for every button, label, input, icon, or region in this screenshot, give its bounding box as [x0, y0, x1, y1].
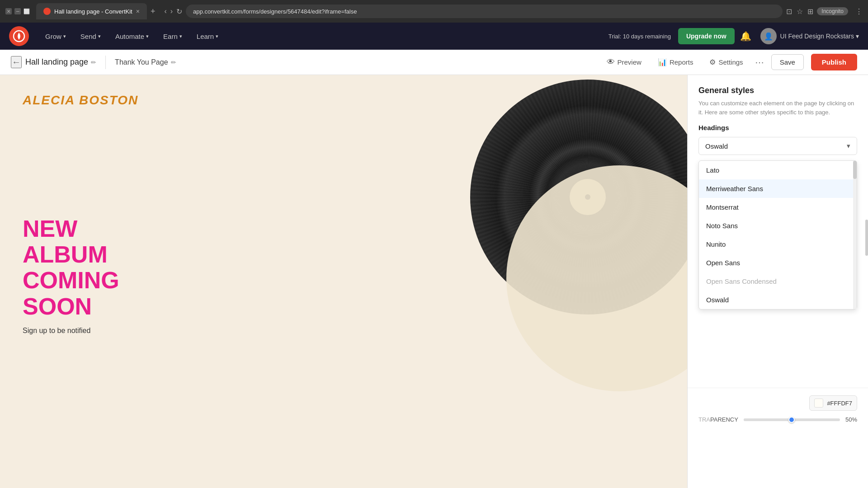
font-option-noto-sans[interactable]: Noto Sans: [699, 216, 857, 235]
slider-thumb[interactable]: [788, 417, 795, 423]
trial-badge: Trial: 10 days remaining: [609, 33, 671, 40]
screen-cast-icon[interactable]: ⊡: [786, 7, 792, 16]
color-row: #FFFDF7: [698, 395, 857, 411]
browser-chrome: × − ⬜ Hall landing page - ConvertKit × +…: [0, 0, 868, 23]
nav-automate-chevron: ▾: [146, 33, 149, 39]
nav-user-label: UI Feed Design Rockstars: [780, 33, 854, 40]
font-dropdown-list[interactable]: Lato Merriweather Sans Montserrat Noto S…: [699, 161, 857, 309]
reload-btn[interactable]: ↻: [176, 7, 182, 16]
reports-icon: 📊: [658, 58, 667, 66]
selected-font-label: Oswald: [705, 142, 728, 150]
transparency-value: 50%: [845, 416, 857, 423]
nav-grow[interactable]: Grow ▾: [38, 33, 73, 40]
headings-label: Headings: [698, 124, 857, 131]
edit-thankyou-icon[interactable]: ✏: [171, 59, 176, 66]
browser-icons: ⊡ ☆ ⊞: [786, 7, 813, 16]
nav-grow-label: Grow: [45, 33, 61, 40]
font-option-oswald[interactable]: Oswald: [699, 291, 857, 309]
font-option-open-sans-condensed[interactable]: Open Sans Condensed: [699, 272, 857, 291]
window-close-btn[interactable]: ×: [5, 8, 12, 14]
window-maximize-btn[interactable]: ⬜: [24, 8, 30, 14]
back-button[interactable]: ←: [11, 56, 22, 68]
nav-earn-chevron: ▾: [179, 33, 182, 39]
transparency-text: PARENCY: [710, 416, 738, 423]
main-layout: ALECIA BOSTON NEW ALBUM COMING SOON Sign…: [0, 75, 868, 488]
headline-line2: ALBUM: [23, 242, 665, 267]
headings-section: Headings Oswald ▾ La: [688, 124, 868, 155]
sub-text: Sign up to be notified: [23, 327, 665, 335]
font-option-open-sans[interactable]: Open Sans: [699, 253, 857, 272]
browser-tab[interactable]: Hall landing page - ConvertKit ×: [36, 3, 147, 19]
extension-icon[interactable]: ⊞: [807, 7, 813, 16]
publish-button[interactable]: Publish: [811, 54, 857, 70]
thank-you-page-tab[interactable]: Thank You Page: [115, 58, 168, 66]
nav-learn[interactable]: Learn ▾: [189, 33, 226, 40]
top-nav: Grow ▾ Send ▾ Automate ▾ Earn ▾ Learn ▾ …: [0, 23, 868, 50]
bookmark-icon[interactable]: ☆: [797, 7, 803, 16]
font-option-nunito[interactable]: Nunito: [699, 235, 857, 253]
incognito-badge: Incognito: [817, 7, 848, 15]
nav-grow-chevron: ▾: [63, 33, 66, 39]
tab-close-btn[interactable]: ×: [136, 8, 140, 15]
transparency-slider[interactable]: [744, 418, 840, 421]
page-title: Hall landing page: [25, 57, 88, 67]
panel-title: General styles: [698, 86, 857, 95]
browser-menu-icon[interactable]: ⋮: [855, 7, 863, 16]
address-bar[interactable]: app.convertkit.com/forms/designers/56474…: [186, 5, 783, 18]
page-canvas[interactable]: ALECIA BOSTON NEW ALBUM COMING SOON Sign…: [0, 75, 687, 488]
nav-user-chevron: ▾: [856, 33, 859, 40]
user-avatar[interactable]: 👤: [760, 28, 777, 44]
headline: NEW ALBUM COMING SOON: [23, 216, 665, 319]
nav-earn-label: Earn: [163, 33, 178, 40]
settings-icon: ⚙: [709, 58, 716, 66]
reports-label: Reports: [670, 58, 693, 66]
color-transparency-section: #FFFDF7 TRAPARENCY 50%: [688, 388, 868, 434]
preview-button[interactable]: 👁 Preview: [602, 55, 646, 70]
settings-button[interactable]: ⚙ Settings: [705, 55, 747, 69]
nav-learn-label: Learn: [197, 33, 214, 40]
font-select-trigger[interactable]: Oswald ▾: [698, 137, 857, 155]
preview-label: Preview: [618, 58, 642, 66]
font-select-container: Oswald ▾ Lato: [698, 137, 857, 155]
font-option-merriweather-sans[interactable]: Merriweather Sans: [699, 179, 857, 198]
nav-automate-label: Automate: [115, 33, 144, 40]
dropdown-scrollbar-track: [853, 161, 857, 309]
transparency-prefix: TRA: [698, 416, 710, 423]
tab-title: Hall landing page - ConvertKit: [54, 8, 132, 15]
transparency-row: TRAPARENCY 50%: [698, 416, 857, 423]
nav-user-menu[interactable]: UI Feed Design Rockstars ▾: [780, 33, 859, 40]
font-select-chevron: ▾: [847, 142, 850, 150]
more-options-icon[interactable]: ⋯: [755, 57, 764, 68]
font-dropdown[interactable]: Lato Merriweather Sans Montserrat Noto S…: [698, 160, 857, 310]
nav-logo[interactable]: [9, 26, 29, 46]
back-nav-btn[interactable]: ‹: [164, 7, 166, 15]
edit-page-title-icon[interactable]: ✏: [91, 59, 96, 66]
transparency-label: TRAPARENCY: [698, 416, 738, 423]
canvas-area: ALECIA BOSTON NEW ALBUM COMING SOON Sign…: [0, 75, 687, 488]
font-option-montserrat[interactable]: Montserrat: [699, 198, 857, 216]
color-input[interactable]: #FFFDF7: [809, 395, 857, 411]
panel-header: General styles You can customize each el…: [688, 75, 868, 124]
right-panel: General styles You can customize each el…: [687, 75, 868, 488]
brand-name: ALECIA BOSTON: [23, 93, 665, 108]
slider-fill: [744, 418, 792, 421]
reports-button[interactable]: 📊 Reports: [653, 55, 698, 69]
nav-send-chevron: ▾: [98, 33, 101, 39]
notification-bell-icon[interactable]: 🔔: [740, 31, 751, 42]
save-button[interactable]: Save: [771, 54, 804, 70]
color-swatch: [814, 399, 823, 408]
headline-line3: COMING: [23, 267, 665, 293]
forward-nav-btn[interactable]: ›: [170, 7, 173, 15]
panel-description: You can customize each element on the pa…: [698, 99, 857, 117]
font-option-lato[interactable]: Lato: [699, 161, 857, 179]
upgrade-button[interactable]: Upgrade now: [678, 28, 735, 44]
nav-send[interactable]: Send ▾: [73, 33, 108, 40]
window-minimize-btn[interactable]: −: [14, 8, 21, 14]
new-tab-btn[interactable]: +: [151, 7, 156, 16]
editor-actions: 👁 Preview 📊 Reports ⚙ Settings ⋯ Save Pu…: [602, 54, 857, 70]
nav-earn[interactable]: Earn ▾: [156, 33, 189, 40]
convertkit-logo-icon: [13, 30, 25, 42]
dropdown-scrollbar-thumb: [853, 161, 857, 179]
color-hex-value: #FFFDF7: [827, 400, 852, 407]
nav-automate[interactable]: Automate ▾: [108, 33, 156, 40]
